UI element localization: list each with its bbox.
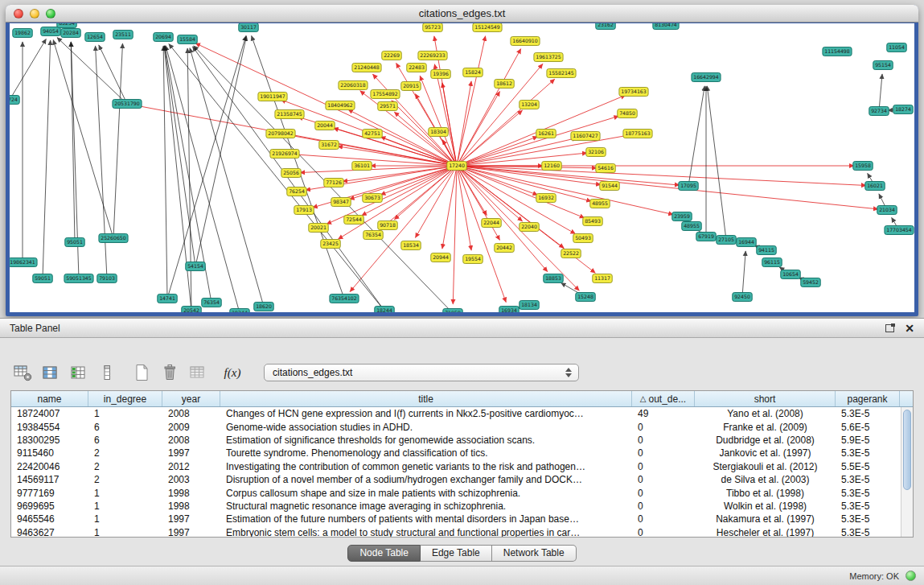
column-header-short[interactable]: short: [695, 391, 836, 406]
graph-node[interactable]: 94054: [41, 27, 61, 36]
graph-node[interactable]: 16261: [536, 130, 556, 138]
graph-node[interactable]: 20694: [154, 33, 174, 42]
column-header-title[interactable]: title: [220, 391, 632, 406]
table-columns-icon[interactable]: [39, 361, 62, 384]
graph-node[interactable]: 21240448: [352, 64, 381, 72]
graph-node[interactable]: 15958: [853, 162, 873, 171]
graph-node[interactable]: 18304: [429, 128, 449, 137]
graph-node[interactable]: 95723: [423, 23, 443, 32]
minimize-button[interactable]: [30, 9, 39, 19]
graph-node[interactable]: 92450: [733, 293, 753, 302]
column-header-out_de[interactable]: △out_de...: [632, 391, 695, 406]
table-row[interactable]: 977716911998Corpus callosum shape and si…: [11, 486, 913, 499]
graph-node[interactable]: 8130474: [653, 23, 679, 30]
vertical-scrollbar[interactable]: [901, 407, 913, 537]
network-window-titlebar[interactable]: citations_edges.txt: [6, 5, 918, 23]
graph-node[interactable]: 12724: [10, 96, 19, 105]
graph-node[interactable]: 19734163: [619, 88, 648, 97]
column-header-year[interactable]: year: [162, 391, 220, 406]
graph-node[interactable]: 72544: [344, 216, 364, 225]
trash-icon[interactable]: [158, 361, 181, 384]
graph-node[interactable]: 16934: [499, 307, 519, 313]
zoom-button[interactable]: [46, 9, 55, 19]
graph-node[interactable]: 20542: [182, 307, 202, 313]
close-button[interactable]: [14, 9, 23, 19]
undock-icon[interactable]: [885, 323, 895, 332]
graph-node[interactable]: 20915: [401, 82, 421, 91]
graph-node[interactable]: 19862: [13, 29, 33, 38]
table-row[interactable]: 946362711997Embryonic stem cells: a mode…: [11, 526, 913, 537]
table-settings-icon[interactable]: [11, 361, 34, 384]
graph-node[interactable]: 50493: [573, 234, 593, 243]
graph-node[interactable]: 54154: [186, 262, 206, 271]
graph-node[interactable]: 20044: [315, 122, 335, 130]
graph-node[interactable]: 11317: [593, 274, 613, 283]
graph-node[interactable]: 18853: [544, 274, 564, 283]
tab-edge-table[interactable]: Edge Table: [421, 545, 492, 562]
network-graph-canvas[interactable]: 1724012160169322204020442195542094418534…: [10, 23, 914, 312]
graph-node[interactable]: 22483: [407, 64, 427, 72]
close-icon[interactable]: ✕: [905, 323, 914, 334]
graph-node[interactable]: 76354: [202, 299, 222, 307]
graph-node[interactable]: 76254: [287, 187, 307, 196]
graph-node[interactable]: 16021: [865, 182, 885, 191]
graph-node[interactable]: 21926974: [270, 150, 299, 159]
function-builder-icon[interactable]: f(x): [221, 361, 244, 384]
graph-node[interactable]: 59051345: [64, 274, 93, 283]
graph-node[interactable]: 20021: [309, 224, 329, 233]
graph-node[interactable]: 22060318: [339, 81, 368, 90]
graph-node[interactable]: 19244: [230, 309, 250, 313]
table-row[interactable]: 969969511998Structural magnetic resonanc…: [11, 500, 913, 513]
scrollbar-thumb[interactable]: [903, 410, 911, 490]
graph-node[interactable]: 21358745: [275, 110, 304, 119]
graph-node[interactable]: 18404962: [326, 101, 355, 110]
graph-node[interactable]: 94115: [757, 246, 777, 255]
graph-node[interactable]: 18274: [893, 105, 914, 114]
graph-node[interactable]: 21034: [877, 206, 897, 215]
graph-node[interactable]: 20284: [61, 29, 81, 38]
table-select-rows-icon[interactable]: [68, 361, 90, 384]
graph-node[interactable]: 12654: [85, 33, 105, 42]
graph-node[interactable]: 18775163: [623, 130, 652, 138]
graph-node[interactable]: 22522: [561, 249, 581, 258]
graph-node[interactable]: 17913: [294, 206, 314, 215]
graph-node[interactable]: 85493: [583, 217, 603, 226]
graph-node[interactable]: 17554892: [371, 90, 400, 99]
graph-node[interactable]: 16932: [536, 194, 556, 203]
graph-node[interactable]: 19396: [431, 70, 451, 79]
graph-node[interactable]: 16944: [737, 238, 757, 247]
graph-node[interactable]: 22269233: [418, 51, 447, 60]
graph-node[interactable]: 27105: [717, 236, 737, 245]
graph-node[interactable]: 23511: [113, 31, 133, 39]
graph-node[interactable]: 67919: [696, 233, 717, 241]
graph-node[interactable]: 54616: [596, 164, 616, 173]
graph-node[interactable]: 18620: [254, 303, 274, 311]
graph-node[interactable]: 20442: [495, 244, 515, 253]
graph-node[interactable]: 48955: [590, 200, 610, 208]
tab-network-table[interactable]: Network Table: [492, 545, 577, 562]
graph-node[interactable]: 22044: [482, 219, 502, 228]
graph-node[interactable]: 22040: [519, 223, 540, 232]
graph-node[interactable]: 98347: [331, 198, 351, 207]
graph-node[interactable]: 23425: [321, 240, 341, 249]
graph-node[interactable]: 74850: [618, 109, 638, 118]
graph-node[interactable]: 15584: [178, 35, 198, 44]
graph-node[interactable]: 77126: [324, 179, 344, 187]
graph-node[interactable]: 12160: [542, 162, 562, 171]
graph-node[interactable]: 30673: [363, 194, 383, 203]
graph-node[interactable]: 96115: [762, 258, 782, 267]
column-header-pagerank[interactable]: pagerank: [836, 391, 900, 406]
graph-node[interactable]: 17095: [679, 182, 699, 191]
table-row[interactable]: 1456911722003Disruption of a novel membe…: [11, 473, 913, 486]
graph-node[interactable]: 48955: [682, 222, 702, 231]
table-row[interactable]: 2242004622012Investigating the contribut…: [11, 460, 913, 473]
graph-node[interactable]: 14741: [158, 295, 178, 303]
graph-node[interactable]: 11154498: [823, 47, 852, 56]
graph-node[interactable]: 71059: [443, 309, 463, 313]
graph-node[interactable]: 90718: [378, 221, 398, 230]
graph-node[interactable]: 18612: [495, 80, 515, 89]
graph-node[interactable]: 22269: [382, 51, 402, 60]
graph-node[interactable]: 76354: [363, 231, 384, 240]
graph-node[interactable]: 92734: [869, 107, 889, 116]
graph-node[interactable]: 20531790: [113, 100, 142, 109]
